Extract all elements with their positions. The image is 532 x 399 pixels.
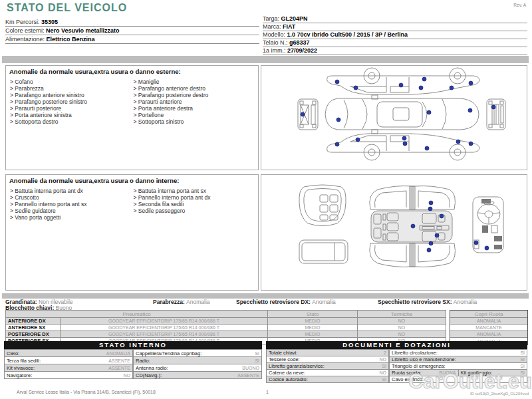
field-label: Codice autoradio: bbox=[269, 376, 382, 382]
damage-dot bbox=[469, 81, 473, 85]
damage-dot bbox=[456, 140, 460, 144]
kv-row: Kit vivavoce:ASSENTE bbox=[5, 364, 133, 372]
damage-dot bbox=[411, 224, 415, 228]
damage-dot bbox=[301, 112, 305, 116]
field-value: 2 bbox=[384, 350, 386, 355]
anomaly-item: Cruscotto bbox=[10, 194, 134, 201]
kv-cell: Catene da neve:NO bbox=[267, 370, 388, 376]
field-value: ANOMALIA bbox=[106, 351, 130, 356]
info-value: Elettrico Benzina bbox=[47, 36, 95, 43]
tyre-position: ANTERIORE SX bbox=[6, 325, 61, 331]
internal-diagram-panel bbox=[261, 174, 527, 291]
field-value: SI bbox=[520, 364, 525, 368]
field-label: Totale chiavi: bbox=[269, 350, 384, 356]
damage-dot bbox=[335, 142, 339, 146]
tyre-spec: GOODYEAR EFFICIENTGRIP 175/65 R14 000/08… bbox=[61, 318, 268, 325]
field-label: Antenna radio: bbox=[136, 365, 242, 371]
status-line-1: Grandinata: Non rilevabileParabrezza: An… bbox=[5, 299, 528, 305]
tyre-copri-ruota: ANOMALIA bbox=[450, 331, 527, 338]
info-value: GL204PN bbox=[281, 15, 308, 22]
damage-dot bbox=[429, 201, 433, 205]
info-value: 35305 bbox=[41, 19, 58, 25]
anomaly-item: Seconda fila sedili bbox=[134, 201, 257, 207]
kv-cell: Libretto circolazione:SI bbox=[390, 350, 527, 356]
external-anomalies-title: Anomalie da normale usura,extra usura o … bbox=[9, 68, 181, 75]
side-view-top-icon bbox=[327, 68, 479, 94]
kv-cell: Cappelliera/Tendina copribag:SI bbox=[134, 350, 261, 356]
field-label: Terza fila sedili: bbox=[7, 358, 108, 364]
internal-anomalies-col2: Battuta interna porta ant sxPannello int… bbox=[134, 188, 257, 221]
tyre-termiche: NO bbox=[358, 318, 446, 325]
anomaly-item: Battuta interna porta ant sx bbox=[134, 188, 257, 194]
kv-row: Cielo:ANOMALIA bbox=[5, 350, 133, 357]
kv-row: Totale chiavi:2 bbox=[267, 350, 389, 356]
field-value: NO bbox=[380, 370, 387, 375]
damage-dot bbox=[403, 142, 407, 146]
field-label: Tessere code: bbox=[269, 356, 380, 362]
anomaly-item: Pannello interno porta ant sx bbox=[10, 201, 134, 207]
info-label: Targa: bbox=[263, 15, 281, 22]
tyre-stato: MEDIO bbox=[268, 318, 358, 325]
footer-company: Arval Service Lease Italia - Via Pisana … bbox=[17, 390, 156, 394]
info-label: Marca: bbox=[263, 23, 283, 30]
damage-dot bbox=[419, 86, 423, 90]
anomaly-item: Vano porta oggetti bbox=[10, 214, 134, 221]
kv-cell: Radio:SI bbox=[134, 357, 261, 364]
field-value: SI bbox=[255, 358, 259, 363]
field-value: ASSENTE bbox=[108, 366, 130, 370]
field-label: Libretto uso e manutenzione: bbox=[392, 356, 520, 362]
anomaly-item: Porta anteriore destra bbox=[134, 105, 257, 112]
tyre-stato: MEDIO bbox=[268, 331, 358, 338]
info-value: 27/09/2022 bbox=[287, 47, 317, 54]
anomaly-item: Battuta interna porta ant dx bbox=[10, 188, 134, 194]
tyre-termiche: NO bbox=[358, 325, 446, 331]
stato-interno-header: STATO INTERNO bbox=[4, 341, 262, 349]
tyre-position: ANTERIORE DX bbox=[6, 318, 61, 325]
watermark: CarOutlet.eu bbox=[408, 370, 532, 394]
field-label: Navigatore: bbox=[7, 372, 124, 378]
internal-anomalies-title: Anomalie da normale usura,extra usura o … bbox=[9, 177, 180, 184]
info-label: Modello: bbox=[263, 31, 287, 38]
rear-view-icon bbox=[487, 99, 505, 130]
divider-bar-top bbox=[2, 56, 529, 63]
damage-dot bbox=[429, 241, 433, 245]
info-label: Telaio N.: bbox=[263, 39, 289, 46]
interior-damage-diagram bbox=[263, 176, 526, 288]
info-label: Km Percorsi: bbox=[5, 19, 41, 25]
field-label: Libretto garanzia/service: bbox=[269, 363, 382, 369]
field-value: NO bbox=[124, 373, 131, 378]
info-label: 1a imm.: bbox=[263, 47, 287, 54]
kv-row: Cappelliera/Tendina copribag:SI bbox=[134, 350, 262, 357]
anomaly-item: Paraurti anteriore bbox=[134, 98, 257, 105]
kv-row: Terza fila sedili:ASSENTE bbox=[5, 357, 133, 364]
info-label: Alimentazione: bbox=[5, 36, 47, 43]
kv-cell: Tessere code:NO bbox=[267, 356, 388, 362]
kv-row: Catene da neve:NO bbox=[267, 370, 389, 376]
footer-page-number: 1 bbox=[266, 390, 269, 394]
page-title: STATO DEL VEICOLO bbox=[7, 2, 127, 14]
kv-cell: Antenna radio:BUONO bbox=[134, 364, 261, 371]
kv-cell: Libretto uso e manutenzione:SI bbox=[390, 356, 527, 362]
field-value: SI bbox=[520, 350, 525, 355]
info-value: g68337 bbox=[289, 39, 310, 46]
tyre-cover-table: Copri RuotaANOMALIAMANCANTEANOMALIAANOMA… bbox=[450, 310, 528, 345]
damage-dot bbox=[440, 214, 444, 218]
divider-bar-bottom bbox=[2, 293, 529, 299]
info-row: Km Percorsi: 35305 bbox=[5, 18, 259, 27]
anomaly-item: Sottoporta destro bbox=[10, 118, 134, 125]
external-anomalies-col1: CofanoParabrezzaParafango anteriore sini… bbox=[10, 78, 134, 125]
field-value: ASSENTE bbox=[108, 358, 130, 363]
damage-dot bbox=[356, 138, 360, 142]
info-value: FIAT bbox=[283, 23, 295, 30]
trunk-view-icon bbox=[299, 185, 346, 226]
rear-glass-view-icon bbox=[299, 240, 348, 263]
external-anomalies-col2: ManiglieParafango anteriore destroParafa… bbox=[134, 78, 257, 125]
tyre-copri-ruota: ANOMALIA bbox=[450, 318, 527, 325]
vehicle-status-report-page: STATO DEL VEICOLO Rev. A Km Percorsi: 35… bbox=[0, 0, 532, 399]
damage-dot bbox=[428, 207, 432, 211]
stato-interno-left-column: Cielo:ANOMALIATerza fila sedili:ASSENTEK… bbox=[4, 349, 133, 379]
anomaly-item: Parafango anteriore destro bbox=[134, 85, 257, 92]
anomaly-item: Sedile passeggero bbox=[134, 207, 257, 214]
kv-row: Antenna radio:BUONO bbox=[134, 364, 262, 372]
damage-dot bbox=[422, 77, 426, 81]
